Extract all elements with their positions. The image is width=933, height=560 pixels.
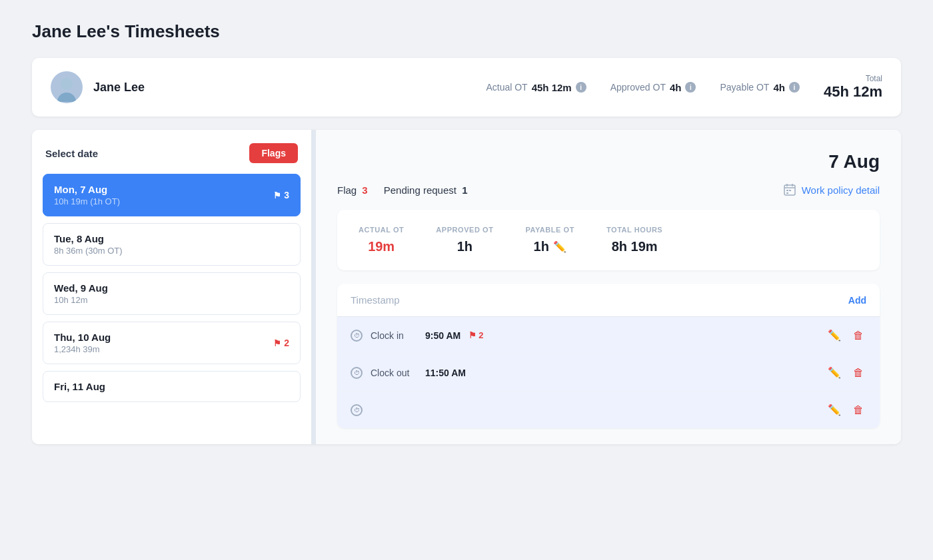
payable-ot-stat-detail: PAYABLE OT 1h ✏️	[525, 226, 574, 254]
employee-name: Jane Lee	[93, 81, 145, 95]
summary-stats: Actual OT 45h 12m i Approved OT 4h i Pay…	[486, 74, 882, 101]
content-date-heading: 7 Aug	[337, 151, 880, 172]
flags-button[interactable]: Flags	[249, 143, 298, 163]
flag-icon-clockin: ⚑	[468, 330, 476, 340]
sidebar-scroll: Mon, 7 Aug 10h 19m (1h OT) ⚑ 3 Tue, 8 Au…	[32, 174, 311, 409]
ts-actions-extra: ✏️ 🗑	[825, 401, 866, 419]
delete-extra-button[interactable]: 🗑	[850, 402, 866, 419]
flag-badge-thu10: ⚑ 2	[273, 338, 289, 348]
flag-icon-thu10: ⚑	[273, 338, 281, 348]
ts-flag-clockin: ⚑ 2	[468, 330, 483, 340]
main-layout: Select date Flags Mon, 7 Aug 10h 19m (1h…	[32, 130, 901, 444]
select-date-label: Select date	[45, 148, 98, 159]
svg-rect-6	[786, 190, 788, 191]
page-title: Jane Lee's Timesheets	[32, 21, 901, 42]
actual-ot-stat: Actual OT 45h 12m i	[486, 82, 586, 93]
content-meta-row: Flag 3 Pending request 1	[337, 183, 880, 196]
flag-badge-mon7: ⚑ 3	[273, 190, 289, 200]
edit-extra-button[interactable]: ✏️	[825, 401, 844, 419]
calendar-icon	[783, 183, 796, 196]
sidebar-header: Select date Flags	[32, 130, 311, 174]
pencil-icon-clockout: ✏️	[828, 366, 841, 379]
ts-actions-clockout: ✏️ 🗑	[825, 364, 866, 382]
timestamp-label: Timestamp	[351, 294, 400, 306]
svg-point-1	[61, 78, 73, 90]
timestamp-header: Timestamp Add	[337, 284, 880, 317]
svg-rect-8	[786, 192, 788, 194]
timestamp-row-extra: ⏱ ✏️ 🗑	[337, 392, 880, 428]
date-item-tue8[interactable]: Tue, 8 Aug 8h 36m (30m OT)	[43, 223, 301, 266]
date-item-fri11[interactable]: Fri, 11 Aug	[43, 371, 301, 402]
date-item-mon7[interactable]: Mon, 7 Aug 10h 19m (1h OT) ⚑ 3	[43, 174, 301, 216]
approved-ot-stat-detail: APPROVED OT 1h	[436, 226, 493, 254]
avatar	[51, 71, 83, 103]
clock-icon-extra: ⏱	[351, 404, 363, 416]
actual-ot-stat-detail: ACTUAL OT 19m	[359, 226, 404, 254]
timestamp-row-clockin: ⏱ Clock in 9:50 AM ⚑ 2 ✏️ 🗑	[337, 317, 880, 354]
svg-rect-7	[789, 190, 791, 191]
edit-clockin-button[interactable]: ✏️	[825, 326, 844, 344]
sidebar: Select date Flags Mon, 7 Aug 10h 19m (1h…	[32, 130, 312, 444]
approved-ot-stat: Approved OT 4h i	[610, 82, 696, 93]
edit-clockout-button[interactable]: ✏️	[825, 364, 844, 382]
trash-icon-clockin: 🗑	[853, 330, 864, 342]
ts-actions-clockin: ✏️ 🗑	[825, 326, 866, 344]
work-policy-label: Work policy detail	[802, 184, 880, 196]
content-panel: 7 Aug Flag 3 Pending request 1	[316, 130, 901, 444]
ot-stats-card: ACTUAL OT 19m APPROVED OT 1h PAYABLE OT …	[337, 210, 880, 270]
trash-icon-clockout: 🗑	[853, 367, 864, 379]
trash-icon-extra: 🗑	[853, 404, 864, 416]
total-block: Total 45h 12m	[824, 74, 882, 101]
total-hours-stat-detail: TOTAL HOURS 8h 19m	[606, 226, 662, 254]
flag-icon-mon7: ⚑	[273, 190, 281, 200]
clock-icon-clockin: ⏱	[351, 330, 363, 342]
approved-ot-info-icon[interactable]: i	[685, 82, 696, 93]
add-timestamp-button[interactable]: Add	[848, 295, 866, 306]
timestamp-row-clockout: ⏱ Clock out 11:50 AM ✏️ 🗑	[337, 354, 880, 392]
delete-clockin-button[interactable]: 🗑	[850, 327, 866, 344]
actual-ot-info-icon[interactable]: i	[576, 82, 586, 93]
pencil-icon-extra: ✏️	[828, 404, 841, 416]
svg-point-0	[57, 93, 76, 102]
delete-clockout-button[interactable]: 🗑	[850, 364, 866, 382]
pencil-icon-clockin: ✏️	[828, 329, 841, 342]
work-policy-link[interactable]: Work policy detail	[783, 183, 880, 196]
meta-flag: Flag 3	[337, 184, 368, 196]
payable-ot-edit-icon[interactable]: ✏️	[553, 240, 566, 253]
payable-ot-info-icon[interactable]: i	[789, 82, 800, 93]
payable-ot-stat: Payable OT 4h i	[720, 82, 799, 93]
date-item-wed9[interactable]: Wed, 9 Aug 10h 12m	[43, 272, 301, 315]
clock-icon-clockout: ⏱	[351, 367, 363, 379]
summary-card: Jane Lee Actual OT 45h 12m i Approved OT…	[32, 58, 901, 117]
timestamp-card: Timestamp Add ⏱ Clock in 9:50 AM ⚑ 2 ✏️	[337, 284, 880, 428]
date-item-thu10[interactable]: Thu, 10 Aug 1,234h 39m ⚑ 2	[43, 322, 301, 364]
meta-pending: Pending request 1	[384, 184, 468, 196]
